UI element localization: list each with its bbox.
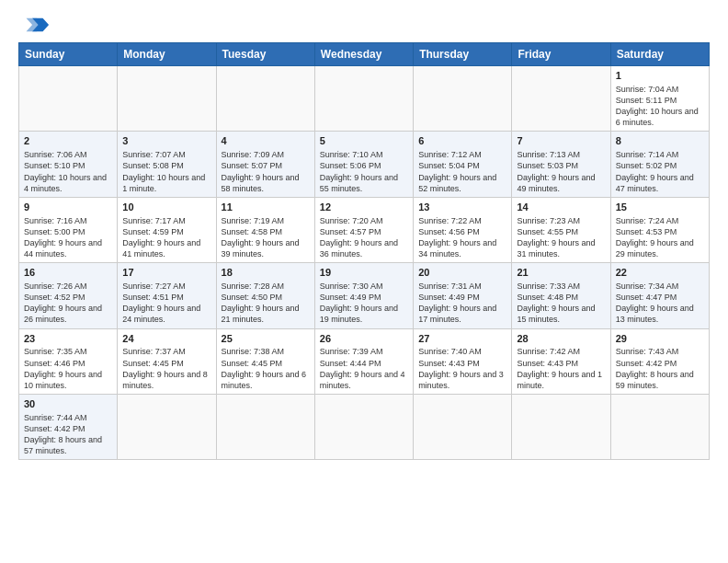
day-number: 11 (222, 201, 310, 214)
calendar-cell (216, 66, 314, 132)
calendar-cell (512, 395, 610, 460)
calendar-cell: 1Sunrise: 7:04 AM Sunset: 5:11 PM Daylig… (610, 66, 709, 132)
day-info: Sunrise: 7:30 AM Sunset: 4:49 PM Dayligh… (320, 281, 408, 326)
calendar-cell: 30Sunrise: 7:44 AM Sunset: 4:42 PM Dayli… (19, 395, 118, 460)
day-info: Sunrise: 7:43 AM Sunset: 4:42 PM Dayligh… (616, 346, 704, 391)
day-info: Sunrise: 7:19 AM Sunset: 4:58 PM Dayligh… (222, 215, 310, 260)
day-info: Sunrise: 7:42 AM Sunset: 4:43 PM Dayligh… (517, 346, 605, 391)
calendar-cell: 8Sunrise: 7:14 AM Sunset: 5:02 PM Daylig… (610, 132, 709, 197)
calendar-week-row: 9Sunrise: 7:16 AM Sunset: 5:00 PM Daylig… (19, 197, 710, 262)
calendar-cell (414, 395, 512, 460)
weekday-header-wednesday: Wednesday (314, 43, 413, 66)
calendar-cell: 9Sunrise: 7:16 AM Sunset: 5:00 PM Daylig… (19, 197, 118, 262)
day-number: 16 (24, 266, 112, 280)
calendar-week-row: 2Sunrise: 7:06 AM Sunset: 5:10 PM Daylig… (19, 132, 710, 197)
calendar-cell: 28Sunrise: 7:42 AM Sunset: 4:43 PM Dayli… (512, 328, 610, 394)
calendar-cell: 22Sunrise: 7:34 AM Sunset: 4:47 PM Dayli… (610, 263, 709, 328)
day-number: 15 (616, 201, 704, 214)
calendar-week-row: 16Sunrise: 7:26 AM Sunset: 4:52 PM Dayli… (19, 263, 710, 328)
day-info: Sunrise: 7:31 AM Sunset: 4:49 PM Dayligh… (418, 281, 506, 326)
calendar-cell: 2Sunrise: 7:06 AM Sunset: 5:10 PM Daylig… (19, 132, 118, 197)
day-number: 2 (24, 134, 112, 148)
day-info: Sunrise: 7:22 AM Sunset: 4:56 PM Dayligh… (418, 215, 506, 260)
calendar-cell: 6Sunrise: 7:12 AM Sunset: 5:04 PM Daylig… (414, 132, 512, 197)
day-info: Sunrise: 7:37 AM Sunset: 4:45 PM Dayligh… (122, 346, 210, 391)
day-info: Sunrise: 7:28 AM Sunset: 4:50 PM Dayligh… (222, 281, 310, 326)
calendar-cell (118, 66, 216, 132)
header (18, 15, 710, 33)
logo (18, 15, 68, 33)
calendar-cell: 24Sunrise: 7:37 AM Sunset: 4:45 PM Dayli… (118, 328, 216, 394)
day-number: 22 (616, 266, 704, 280)
day-info: Sunrise: 7:10 AM Sunset: 5:06 PM Dayligh… (320, 149, 408, 194)
calendar-cell: 19Sunrise: 7:30 AM Sunset: 4:49 PM Dayli… (314, 263, 413, 328)
day-number: 1 (616, 69, 704, 83)
day-info: Sunrise: 7:27 AM Sunset: 4:51 PM Dayligh… (122, 281, 210, 326)
day-info: Sunrise: 7:39 AM Sunset: 4:44 PM Dayligh… (320, 346, 408, 391)
day-number: 7 (517, 134, 605, 148)
day-info: Sunrise: 7:06 AM Sunset: 5:10 PM Dayligh… (24, 149, 112, 194)
day-info: Sunrise: 7:26 AM Sunset: 4:52 PM Dayligh… (24, 281, 112, 326)
day-info: Sunrise: 7:33 AM Sunset: 4:48 PM Dayligh… (517, 281, 605, 326)
day-number: 20 (418, 266, 506, 280)
calendar-table: SundayMondayTuesdayWednesdayThursdayFrid… (18, 42, 710, 460)
calendar-cell: 11Sunrise: 7:19 AM Sunset: 4:58 PM Dayli… (216, 197, 314, 262)
weekday-header-sunday: Sunday (19, 43, 118, 66)
day-number: 5 (320, 134, 408, 148)
weekday-header-saturday: Saturday (610, 43, 709, 66)
calendar-cell: 21Sunrise: 7:33 AM Sunset: 4:48 PM Dayli… (512, 263, 610, 328)
calendar-cell: 12Sunrise: 7:20 AM Sunset: 4:57 PM Dayli… (314, 197, 413, 262)
day-number: 27 (418, 332, 506, 346)
calendar-cell (19, 66, 118, 132)
weekday-header-row: SundayMondayTuesdayWednesdayThursdayFrid… (19, 43, 710, 66)
day-info: Sunrise: 7:07 AM Sunset: 5:08 PM Dayligh… (122, 149, 210, 194)
weekday-header-monday: Monday (118, 43, 216, 66)
calendar-cell: 7Sunrise: 7:13 AM Sunset: 5:03 PM Daylig… (512, 132, 610, 197)
day-number: 17 (122, 266, 210, 280)
day-number: 24 (122, 332, 210, 346)
day-number: 29 (616, 332, 704, 346)
day-info: Sunrise: 7:34 AM Sunset: 4:47 PM Dayligh… (616, 281, 704, 326)
day-info: Sunrise: 7:14 AM Sunset: 5:02 PM Dayligh… (616, 149, 704, 194)
calendar-cell: 29Sunrise: 7:43 AM Sunset: 4:42 PM Dayli… (610, 328, 709, 394)
calendar-week-row: 23Sunrise: 7:35 AM Sunset: 4:46 PM Dayli… (19, 328, 710, 394)
weekday-header-tuesday: Tuesday (216, 43, 314, 66)
day-info: Sunrise: 7:23 AM Sunset: 4:55 PM Dayligh… (517, 215, 605, 260)
calendar-cell: 18Sunrise: 7:28 AM Sunset: 4:50 PM Dayli… (216, 263, 314, 328)
day-info: Sunrise: 7:35 AM Sunset: 4:46 PM Dayligh… (24, 346, 112, 391)
calendar-cell: 16Sunrise: 7:26 AM Sunset: 4:52 PM Dayli… (19, 263, 118, 328)
day-number: 4 (222, 134, 310, 148)
calendar-cell: 14Sunrise: 7:23 AM Sunset: 4:55 PM Dayli… (512, 197, 610, 262)
day-number: 10 (122, 201, 210, 214)
day-number: 19 (320, 266, 408, 280)
day-number: 18 (222, 266, 310, 280)
day-info: Sunrise: 7:20 AM Sunset: 4:57 PM Dayligh… (320, 215, 408, 260)
calendar-cell: 13Sunrise: 7:22 AM Sunset: 4:56 PM Dayli… (414, 197, 512, 262)
day-number: 13 (418, 201, 506, 214)
logo-icon (22, 17, 68, 33)
day-number: 3 (122, 134, 210, 148)
day-info: Sunrise: 7:09 AM Sunset: 5:07 PM Dayligh… (222, 149, 310, 194)
calendar-cell: 23Sunrise: 7:35 AM Sunset: 4:46 PM Dayli… (19, 328, 118, 394)
calendar-cell: 4Sunrise: 7:09 AM Sunset: 5:07 PM Daylig… (216, 132, 314, 197)
calendar-cell: 10Sunrise: 7:17 AM Sunset: 4:59 PM Dayli… (118, 197, 216, 262)
calendar-cell: 26Sunrise: 7:39 AM Sunset: 4:44 PM Dayli… (314, 328, 413, 394)
day-info: Sunrise: 7:04 AM Sunset: 5:11 PM Dayligh… (616, 84, 704, 129)
weekday-header-friday: Friday (512, 43, 610, 66)
calendar-cell: 3Sunrise: 7:07 AM Sunset: 5:08 PM Daylig… (118, 132, 216, 197)
calendar-cell (118, 395, 216, 460)
day-info: Sunrise: 7:17 AM Sunset: 4:59 PM Dayligh… (122, 215, 210, 260)
calendar-week-row: 30Sunrise: 7:44 AM Sunset: 4:42 PM Dayli… (19, 395, 710, 460)
calendar-cell (610, 395, 709, 460)
day-number: 26 (320, 332, 408, 346)
calendar-cell: 5Sunrise: 7:10 AM Sunset: 5:06 PM Daylig… (314, 132, 413, 197)
weekday-header-thursday: Thursday (414, 43, 512, 66)
day-number: 23 (24, 332, 112, 346)
day-number: 30 (24, 397, 112, 411)
calendar-cell (216, 395, 314, 460)
day-info: Sunrise: 7:24 AM Sunset: 4:53 PM Dayligh… (616, 215, 704, 260)
calendar-cell (314, 395, 413, 460)
day-number: 9 (24, 201, 112, 214)
day-number: 21 (517, 266, 605, 280)
day-info: Sunrise: 7:12 AM Sunset: 5:04 PM Dayligh… (418, 149, 506, 194)
